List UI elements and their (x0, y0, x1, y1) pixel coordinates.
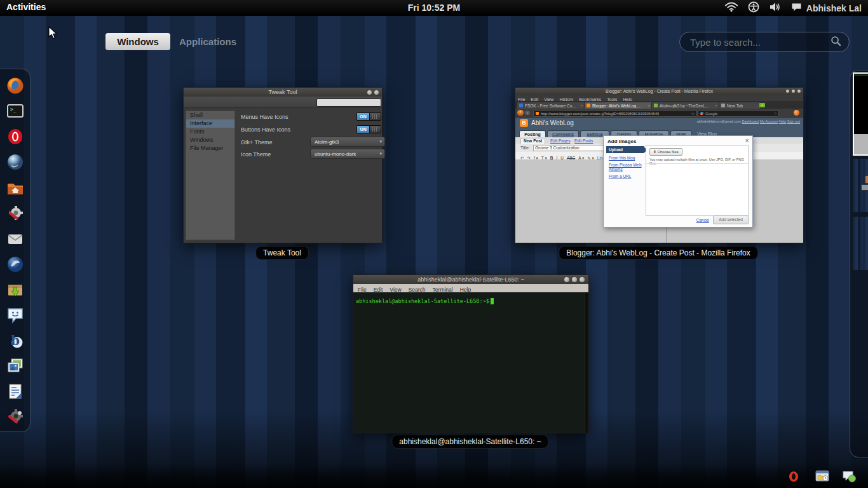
tweak-tool-icon[interactable] (6, 205, 24, 222)
terminal-screen: abhisheklal@abhisheklal-Satellite-L650:~… (353, 292, 588, 433)
chat-bubble-icon (791, 3, 802, 14)
tweak-label-icon-theme: Icon Theme (241, 151, 271, 158)
terminal-title: abhisheklal@abhisheklal-Satellite-L650: … (417, 276, 524, 283)
tweak-search-entry (316, 98, 381, 107)
top-bar: Activities Fri 10:52 PM Abhishek Lal (0, 0, 868, 16)
tab2-favicon (587, 104, 590, 107)
home-folder-icon[interactable] (6, 179, 24, 197)
terminal-prompt: abhisheklal@abhisheklal-Satellite-L650:~… (356, 298, 489, 304)
tweak-toggle-menus: ON (356, 112, 381, 121)
mouse-cursor (48, 26, 59, 43)
firefox-tabbar: FSOK - Free Software Co...× Blogger: Abh… (515, 101, 803, 109)
account-bar: abhisheklalxxxx@gmail.com Dashboard My A… (697, 119, 800, 123)
firefox-menubar: FileEditViewHistoryBookmarksToolsHelp (518, 95, 806, 101)
message-tray (0, 464, 868, 488)
wifi-icon[interactable] (724, 1, 738, 15)
window-terminal[interactable]: abhisheklal@abhisheklal-Satellite-L650: … (353, 274, 589, 433)
upload-hint: You may upload multiple files at once. U… (649, 158, 745, 165)
tab1-favicon (519, 104, 523, 107)
terminal-window-caption: abhisheklal@abhisheklal-Satellite-L650: … (391, 435, 548, 449)
tab-applications[interactable]: Applications (179, 33, 236, 50)
firefox-window-caption: Blogger: Abhi's WebLog - Create Post - M… (559, 246, 758, 260)
terminal-titlebar: abhisheklal@abhisheklal-Satellite-L650: … (353, 275, 588, 284)
firefox-window-buttons (786, 90, 801, 93)
tray-opera-icon[interactable] (788, 470, 799, 483)
firefox-tab-4: New Tab (719, 102, 761, 109)
tweak-combo-icon-theme: ubuntu-mono-dark (310, 149, 385, 159)
tweak-title: Tweak Tool (269, 89, 297, 95)
terminal-scrollbar (585, 292, 588, 433)
banshee-icon[interactable]: b (6, 332, 24, 349)
forward-button: › (525, 111, 530, 115)
tweak-sidebar-shell: Shell (186, 111, 234, 119)
tweak-window-buttons (367, 90, 379, 95)
document-writer-icon[interactable] (6, 383, 24, 400)
tweak-sidebar-filemanager: File Manager (186, 144, 234, 152)
package-installer-icon[interactable] (6, 281, 24, 299)
blogger-logo: B (520, 119, 528, 127)
volume-icon[interactable] (769, 2, 782, 15)
dialog-upload-panel: ⬆ Choose files You may upload multiple f… (646, 145, 749, 216)
search-box[interactable] (679, 32, 850, 52)
blog-title: Abhi's WebLog (531, 119, 574, 126)
firefox-logo-icon (794, 110, 799, 116)
workspace-3[interactable] (853, 217, 868, 270)
new-tab-plus-button: + (759, 103, 765, 107)
tweak-label-gtk-theme: Gtk+ Theme (241, 139, 273, 146)
tray-file-manager-icon[interactable] (815, 470, 829, 482)
dialog-title: Add Images (607, 139, 636, 144)
tweak-label-buttons: Buttons Have Icons (241, 126, 290, 133)
search-engine-label: Google (705, 112, 717, 116)
tweak-window-caption: Tweak Tool (255, 246, 309, 260)
accessibility-icon[interactable] (748, 1, 759, 15)
terminal-window-buttons (564, 277, 585, 282)
workspace-1-active[interactable] (853, 72, 868, 156)
window-firefox[interactable]: Blogger: Abhi's WebLog - Create Post - M… (515, 87, 804, 243)
terminal-icon[interactable]: >_ (6, 102, 24, 120)
tweak-combo-gtk-theme: Atolm-gtk3 (310, 137, 385, 147)
dialog-sidebar: Upload From this blog From Picasa Web Al… (606, 146, 644, 216)
firefox-title: Blogger: Abhi's WebLog - Create Post - M… (606, 89, 713, 93)
terminal-menubar: FileEditViewSearchTerminalHelp (353, 284, 588, 292)
search-input[interactable] (680, 37, 831, 48)
google-icon (700, 112, 703, 115)
tab-windows[interactable]: Windows (105, 33, 170, 50)
firefox-tab-1: FSOK - Free Software Co...× (517, 102, 585, 109)
chromium-icon[interactable] (6, 153, 24, 171)
dialog-close-icon: ✕ (745, 138, 749, 144)
opera-icon[interactable] (6, 128, 24, 146)
dialog-tab-url: From a URL (609, 174, 642, 179)
firefox-icon[interactable] (6, 77, 24, 95)
url-bar: http://www.blogger.com/post-create.g?blo… (533, 110, 697, 117)
tweak-sidebar: Shell Interface Fonts Windows File Manag… (186, 111, 235, 240)
user-menu[interactable]: Abhishek Lal (791, 3, 862, 14)
svg-text:b: b (11, 333, 20, 348)
window-tweak-tool[interactable]: Tweak Tool Shell Interface Fonts Windows… (183, 87, 383, 243)
blogger-header: B Abhi's WebLog abhisheklalxxxx@gmail.co… (515, 118, 803, 129)
terminal-cursor (491, 298, 494, 304)
tweak-label-menus: Menus Have Icons (241, 114, 288, 120)
mail-icon[interactable] (6, 230, 24, 248)
gnome-activities-overview: Activities Fri 10:52 PM Abhishek Lal Win… (0, 0, 868, 488)
chat-smiley-icon[interactable] (6, 306, 24, 324)
tweak-sidebar-interface: Interface (186, 119, 234, 128)
url-text: http://www.blogger.com/post-create.g?blo… (541, 112, 659, 116)
dialog-tab-from-blog: From this blog (609, 156, 642, 160)
bookmark-star-icon: ☆ (691, 111, 695, 116)
workspace-switcher (850, 70, 868, 458)
dialog-cancel-link: Cancel (696, 218, 709, 222)
photos-icon[interactable] (6, 357, 24, 375)
tweak-sidebar-windows: Windows (186, 136, 234, 144)
tweak-toggle-buttons: ON (356, 125, 381, 133)
choose-files-button: ⬆ Choose files (649, 148, 682, 156)
workspace-2[interactable] (853, 159, 868, 212)
subnav-edit-posts: Edit Posts (574, 139, 593, 143)
amarok-icon[interactable] (6, 255, 24, 273)
title-label: Title: (520, 146, 530, 150)
tab4-favicon (721, 104, 725, 107)
system-tweak-icon[interactable] (6, 408, 24, 426)
search-bar: Google ⌕ (698, 110, 779, 117)
firefox-navbar: ‹ › http://www.blogger.com/post-create.g… (515, 109, 803, 118)
dialog-tab-picasa: From Picasa Web Albums (609, 163, 642, 172)
tray-chat-status-icon[interactable] (842, 470, 857, 483)
